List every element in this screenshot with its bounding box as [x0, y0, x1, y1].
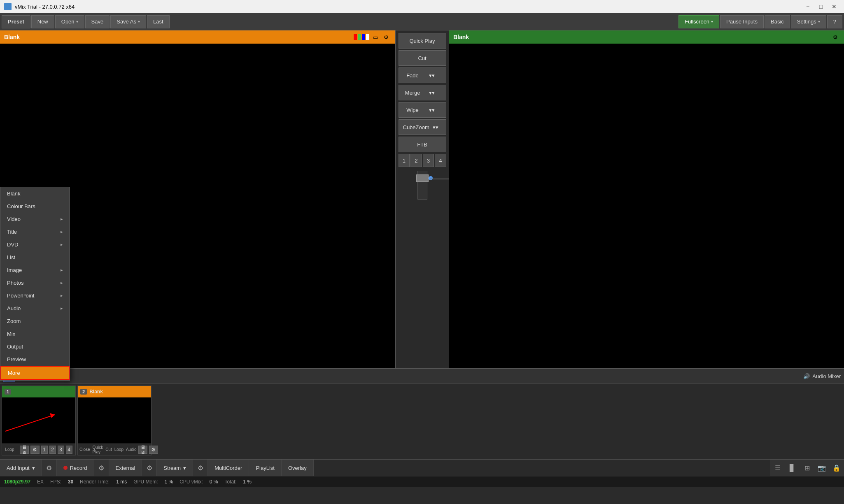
context-menu-item-image[interactable]: Image — [0, 264, 70, 276]
titlebar-controls: − □ ✕ — [802, 2, 840, 12]
input-monitor-btn[interactable]: 🖥 — [20, 446, 29, 454]
new-button[interactable]: New — [31, 15, 54, 28]
input-loop-label-2[interactable]: Loop — [114, 447, 124, 452]
input-item[interactable]: 2 Blank Close Quick Play Cut Loop Audio … — [77, 386, 152, 455]
input-monitor-btn-2[interactable]: 🖥 — [138, 446, 147, 454]
multicorder-gear-button[interactable]: ⚙ — [193, 460, 208, 476]
transition-1-button[interactable]: 1 — [399, 154, 410, 167]
layout-grid-icon[interactable]: ⊞ — [800, 460, 814, 476]
transition-4-button[interactable]: 4 — [435, 154, 446, 167]
context-menu-item-video[interactable]: Video — [0, 213, 70, 225]
output-settings-icon[interactable]: ⚙ — [831, 33, 840, 42]
context-menu-item-zoom[interactable]: Zoom — [0, 315, 70, 327]
quick-play-button[interactable]: Quick Play — [399, 33, 446, 49]
stream-gear-button[interactable]: ⚙ — [142, 460, 157, 476]
layout-bars-icon[interactable]: ▊ — [785, 460, 800, 476]
resolution-label: 1080p29.97 — [4, 479, 30, 485]
external-button[interactable]: External — [109, 460, 142, 476]
output-canvas — [449, 44, 844, 386]
preset-button[interactable]: Preset — [2, 15, 30, 28]
context-menu-item-blank[interactable]: Blank — [0, 187, 70, 200]
input-audio-label[interactable]: Audio — [126, 447, 137, 452]
total-value: 1 % — [243, 479, 252, 485]
multicorder-button[interactable]: MultiCorder — [208, 460, 249, 476]
color-bars-icon — [354, 34, 369, 40]
total-label: Total: — [225, 479, 237, 485]
merge-button[interactable]: Merge ▾ — [399, 85, 446, 100]
input-num3-btn[interactable]: 3 — [58, 446, 64, 454]
minimize-button[interactable]: − — [802, 2, 814, 12]
context-menu-item-colour-bars[interactable]: Colour Bars — [0, 200, 70, 213]
output-section: Blank ⚙ — [449, 30, 844, 368]
context-menu-arrow-icon — [61, 267, 63, 273]
save-button[interactable]: Save — [85, 15, 110, 28]
fullscreen-button[interactable]: Fullscreen — [678, 15, 719, 28]
transition-numbers: 1 2 3 4 — [399, 154, 446, 167]
add-input-chevron-icon: ▾ — [32, 465, 35, 471]
monitor-icon-2: 🖥 — [139, 444, 147, 455]
cpu-vmix-label: CPU vMix: — [180, 479, 203, 485]
layout-list-icon[interactable]: ☰ — [770, 460, 785, 476]
preview-settings-icon[interactable]: ⚙ — [382, 33, 391, 42]
context-menu-item-list[interactable]: List — [0, 251, 70, 264]
transition-2-button[interactable]: 2 — [410, 154, 422, 167]
basic-button[interactable]: Basic — [765, 15, 790, 28]
last-button[interactable]: Last — [147, 15, 170, 28]
stream-button[interactable]: Stream ▾ — [157, 460, 193, 476]
cubezoom-button[interactable]: CubeZoom ▾ — [399, 119, 446, 135]
context-menu-item-output[interactable]: Output — [0, 340, 70, 353]
preview-resize-icon[interactable]: ▭ — [371, 33, 380, 42]
input-item-header: 1 — [2, 386, 75, 397]
preview-header: Blank ▭ ⚙ — [0, 30, 395, 44]
lock-icon-btn[interactable]: 🔒 — [829, 460, 844, 476]
overlay-button[interactable]: Overlay — [282, 460, 313, 476]
input-footer-icons: 🖥 ⚙ 1 2 3 4 — [20, 446, 72, 454]
input-settings-btn[interactable]: ⚙ — [30, 446, 40, 454]
input-num4-btn[interactable]: 4 — [66, 446, 72, 454]
context-menu-item-dvd[interactable]: DVD — [0, 238, 70, 251]
transition-slider-dot — [429, 176, 433, 180]
open-button[interactable]: Open — [55, 15, 84, 28]
context-menu-item-mix[interactable]: Mix — [0, 327, 70, 340]
context-menu-item-more[interactable]: More — [0, 366, 70, 380]
record-dot-icon — [63, 466, 68, 470]
input-toolbar: Audio Mixer — [0, 369, 844, 384]
snapshot-icon[interactable]: 📷 — [814, 460, 829, 476]
context-menu-item-powerpoint[interactable]: PowerPoint — [0, 289, 70, 302]
close-button[interactable]: ✕ — [828, 2, 840, 12]
help-button[interactable]: ? — [827, 15, 842, 28]
input-footer: Loop 🖥 ⚙ 1 2 3 4 — [2, 444, 75, 455]
cut-button[interactable]: Cut — [399, 50, 446, 66]
record-button[interactable]: Record — [57, 460, 94, 476]
record-gear-button[interactable]: ⚙ — [42, 460, 57, 476]
input-cut-label[interactable]: Cut — [105, 447, 112, 452]
cubezoom-chevron-icon: ▾ — [429, 124, 442, 130]
settings-button[interactable]: Settings — [791, 15, 826, 28]
transition-slider-thumb[interactable] — [416, 174, 429, 182]
context-menu-item-photos[interactable]: Photos — [0, 276, 70, 289]
add-input-button[interactable]: Add Input ▾ — [0, 460, 42, 476]
wipe-button[interactable]: Wipe ▾ — [399, 102, 446, 118]
external-gear-button[interactable]: ⚙ — [94, 460, 109, 476]
playlist-button[interactable]: PlayList — [249, 460, 281, 476]
status-bar: 1080p29.97 EX FPS: 30 Render Time: 1 ms … — [0, 476, 844, 487]
input-quick-play-label[interactable]: Quick Play — [93, 445, 103, 454]
context-menu-item-preview[interactable]: Preview — [0, 353, 70, 366]
fade-button[interactable]: Fade ▾ — [399, 67, 446, 83]
input-loop-label[interactable]: Loop — [5, 447, 14, 452]
input-num2-btn[interactable]: 2 — [49, 446, 56, 454]
save-as-button[interactable]: Save As — [110, 15, 146, 28]
transition-3-button[interactable]: 3 — [423, 154, 434, 167]
input-num1-btn[interactable]: 1 — [41, 446, 48, 454]
audio-mixer-label: Audio Mixer — [803, 373, 841, 379]
maximize-button[interactable]: □ — [815, 2, 827, 12]
stream-chevron-icon: ▾ — [183, 465, 186, 471]
input-item[interactable]: 1 Loop 🖥 ⚙ 1 2 — [2, 386, 76, 455]
pause-inputs-button[interactable]: Pause Inputs — [720, 15, 764, 28]
fullscreen-chevron-icon — [711, 19, 713, 24]
ftb-button[interactable]: FTB — [399, 137, 446, 152]
context-menu-item-title[interactable]: Title — [0, 225, 70, 238]
context-menu-item-audio[interactable]: Audio — [0, 302, 70, 315]
input-settings-btn-2[interactable]: ⚙ — [149, 446, 158, 454]
input-close-label[interactable]: Close — [79, 447, 90, 452]
